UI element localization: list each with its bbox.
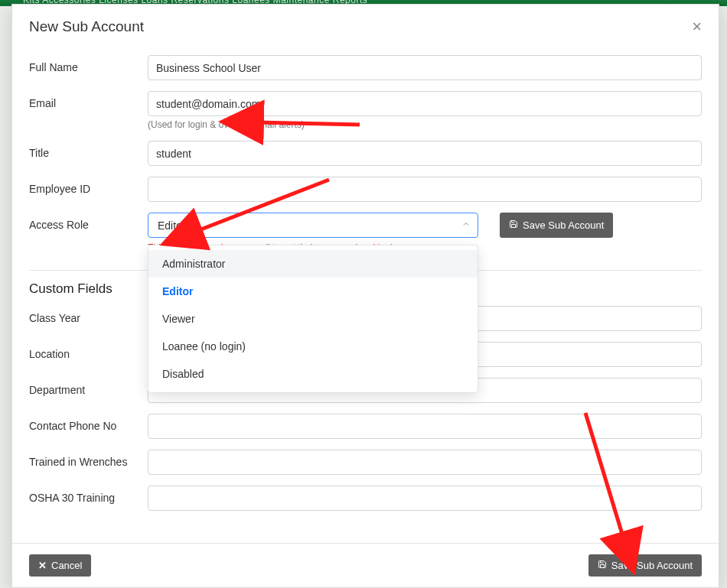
osha-training-input[interactable] <box>148 486 702 511</box>
label-trained-wrenches: Trained in Wrenches <box>29 450 148 468</box>
contact-phone-input[interactable] <box>148 414 702 439</box>
option-disabled[interactable]: Disabled <box>148 360 478 388</box>
label-osha-training: OSHA 30 Training <box>29 486 148 504</box>
trained-wrenches-input[interactable] <box>148 450 702 475</box>
save-button-label-inline: Save Sub Account <box>523 219 604 231</box>
email-hint: (Used for login & overdue email alerts) <box>148 119 702 130</box>
access-role-select[interactable]: Editor <box>148 213 478 238</box>
modal-header: New Sub Account × <box>12 5 719 47</box>
title-input[interactable] <box>148 141 702 166</box>
cancel-label: Cancel <box>51 560 82 571</box>
label-department: Department <box>29 378 148 396</box>
close-icon: × <box>692 17 702 36</box>
row-contact-phone: Contact Phone No <box>29 414 702 439</box>
row-title: Title <box>29 141 702 166</box>
cancel-icon: ✕ <box>38 560 47 571</box>
row-osha-training: OSHA 30 Training <box>29 486 702 511</box>
row-access-role: Access Role Editor This user will receiv… <box>29 213 702 253</box>
row-full-name: Full Name <box>29 55 702 80</box>
label-employee-id: Employee ID <box>29 177 148 195</box>
label-access-role: Access Role <box>29 213 148 231</box>
access-role-selected-label: Editor <box>158 219 186 232</box>
label-contact-phone: Contact Phone No <box>29 414 148 432</box>
save-sub-account-button-inline[interactable]: Save Sub Account <box>500 213 613 238</box>
label-title: Title <box>29 141 148 159</box>
email-input[interactable] <box>148 91 702 116</box>
option-administrator[interactable]: Administrator <box>148 250 478 278</box>
option-editor[interactable]: Editor <box>148 278 478 305</box>
new-sub-account-modal: New Sub Account × Full Name Email (Used … <box>11 4 719 588</box>
modal-title: New Sub Account <box>29 18 144 35</box>
close-button[interactable]: × <box>692 18 702 35</box>
modal-footer: ✕ Cancel Save Sub Account <box>12 543 719 587</box>
row-email: Email (Used for login & overdue email al… <box>29 91 702 130</box>
full-name-input[interactable] <box>148 55 702 80</box>
chevron-up-icon <box>461 219 471 231</box>
row-employee-id: Employee ID <box>29 177 702 202</box>
row-trained-wrenches: Trained in Wrenches <box>29 450 702 475</box>
access-role-dropdown: Administrator Editor Viewer Loanee (no l… <box>148 245 478 393</box>
save-button-label: Save Sub Account <box>611 560 693 571</box>
save-sub-account-button[interactable]: Save Sub Account <box>588 554 702 577</box>
modal-body: Full Name Email (Used for login & overdu… <box>12 47 719 543</box>
cancel-button[interactable]: ✕ Cancel <box>29 554 91 577</box>
label-location: Location <box>29 342 148 360</box>
label-full-name: Full Name <box>29 55 148 73</box>
save-icon <box>598 560 607 571</box>
label-class-year: Class Year <box>29 306 148 324</box>
label-email: Email <box>29 91 148 109</box>
option-viewer[interactable]: Viewer <box>148 305 478 333</box>
employee-id-input[interactable] <box>148 177 702 202</box>
option-loanee[interactable]: Loanee (no login) <box>148 333 478 360</box>
save-icon <box>509 219 518 231</box>
